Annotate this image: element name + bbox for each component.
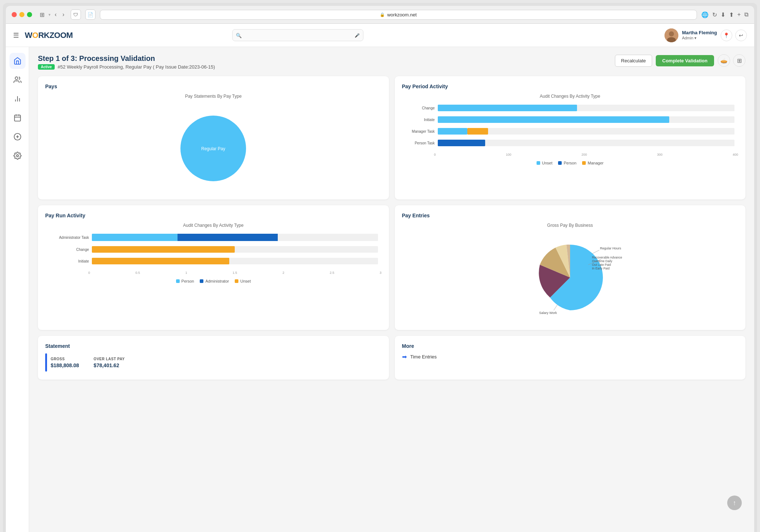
sidebar-item-calendar[interactable] (9, 110, 26, 126)
forward-button[interactable]: › (61, 11, 66, 19)
traffic-lights (12, 12, 32, 17)
refresh-icon[interactable]: ↻ (712, 11, 717, 18)
svg-text:Recoverable Advance: Recoverable Advance (592, 256, 622, 259)
share-icon[interactable]: ⬆ (729, 11, 734, 18)
svg-line-19 (554, 305, 557, 310)
legend-person: Person (558, 161, 576, 165)
pay-entries-pie-container: Regular Hours Salary Work Recoverable Ad… (402, 234, 738, 323)
pay-run-title: Pay Run Activity (45, 213, 382, 218)
page-header: Step 1 of 3: Processing Validation Activ… (38, 54, 745, 70)
browser-chrome: ⊞ ▾ ‹ › 🛡 📄 🔒 workzoom.net 🌐 ↻ ⬇ ⬆ + ⧉ (6, 6, 754, 24)
pays-card: Pays Pay Statements By Pay Type Regular … (38, 76, 389, 199)
pay-run-legend: Person Administrator Unset (45, 279, 382, 283)
location-icon-btn[interactable]: 📍 (721, 30, 732, 41)
hamburger-menu[interactable]: ☰ (13, 31, 19, 39)
grid-icon-btn[interactable]: ⊞ (733, 54, 745, 67)
legend-dot (537, 161, 540, 165)
more-title: More (402, 343, 738, 349)
user-name: Martha Fleming (682, 30, 717, 36)
scroll-up-button[interactable]: ↑ (727, 496, 742, 510)
search-voice-icon: 🎤 (355, 33, 360, 38)
bar-fill-person (92, 234, 178, 241)
sidebar-item-payroll[interactable] (9, 129, 26, 145)
logout-icon-btn[interactable]: ↩ (735, 30, 747, 41)
svg-text:Regular Pay: Regular Pay (201, 146, 225, 151)
tabs-icon[interactable]: ⧉ (744, 11, 748, 18)
sidebar-item-people[interactable] (9, 72, 26, 88)
statement-title: Statement (45, 343, 382, 349)
legend-dot (558, 161, 562, 165)
status-badge: Active (38, 64, 55, 70)
more-item-time-entries[interactable]: ➡ Time Entries (402, 353, 738, 360)
statement-row: GROSS $188,808.08 OVER LAST PAY $78,401.… (45, 353, 382, 372)
bar-label: Administrator Task (49, 236, 89, 240)
header-icon-buttons: 🥧 ⊞ (718, 54, 745, 67)
page-header-right: Recalculate Complete Validation 🥧 ⊞ (615, 54, 745, 67)
sidebar-item-home[interactable] (9, 53, 26, 69)
svg-line-17 (592, 250, 599, 254)
download-icon[interactable]: ⬇ (721, 11, 725, 18)
bar-label: Change (49, 248, 89, 252)
maximize-button[interactable] (27, 12, 32, 17)
legend-person: Person (176, 279, 194, 283)
back-button[interactable]: ‹ (53, 11, 58, 19)
bar-label: Initiate (406, 118, 435, 122)
svg-rect-7 (14, 115, 20, 121)
bar-row-person-task: Person Task (406, 140, 735, 146)
pay-entries-subtitle: Gross Pay By Business (402, 223, 738, 228)
time-entries-label: Time Entries (410, 354, 437, 360)
bar-fill-dark-blue (438, 140, 485, 146)
gross-label: GROSS (51, 357, 79, 361)
statement-bar-indicator (45, 353, 47, 372)
legend-dot (235, 279, 238, 283)
more-card: More ➡ Time Entries (395, 336, 746, 380)
svg-text:Salary Work: Salary Work (539, 311, 557, 315)
pay-entries-pie-wrapper: Regular Hours Salary Work Recoverable Ad… (528, 237, 612, 319)
legend-dot (200, 279, 203, 283)
gross-value: $188,808.08 (51, 362, 79, 368)
user-section: Martha Fleming Admin ▾ 📍 ↩ (664, 28, 747, 42)
bar-fill-blue (438, 116, 669, 123)
sidebar-item-settings[interactable] (9, 148, 26, 164)
page-header-left: Step 1 of 3: Processing Validation Activ… (38, 54, 215, 70)
main-layout: Step 1 of 3: Processing Validation Activ… (6, 47, 754, 532)
browser-controls: ⊞ ▾ ‹ › (38, 11, 66, 19)
statement-values: GROSS $188,808.08 OVER LAST PAY $78,401.… (51, 357, 125, 368)
chevron-down-icon: ▾ (694, 36, 697, 40)
url-text: workzoom.net (387, 12, 417, 18)
svg-point-1 (669, 31, 674, 36)
x-axis: 0 0.5 1 1.5 2 2.5 3 (45, 269, 382, 275)
legend-unset: Unset (537, 161, 553, 165)
page-title: Step 1 of 3: Processing Validation (38, 54, 215, 63)
pay-run-card: Pay Run Activity Audit Changes By Activi… (38, 205, 389, 330)
pay-entries-card: Pay Entries Gross Pay By Business (395, 205, 746, 330)
bar-row-admin-task: Administrator Task (49, 234, 378, 241)
bar-row-change: Change (406, 105, 735, 111)
complete-validation-button[interactable]: Complete Validation (656, 55, 714, 66)
app-wrapper: ☰ WORKZOOM 🔍 🎤 (6, 24, 754, 532)
legend-unset: Unset (235, 279, 251, 283)
add-tab-icon[interactable]: + (737, 11, 741, 18)
svg-text:Out Late Paid: Out Late Paid (592, 263, 611, 267)
arrow-right-icon: ➡ (402, 353, 407, 360)
translate-icon[interactable]: 🌐 (701, 11, 709, 18)
pay-run-bar-chart: Administrator Task Change (45, 234, 382, 264)
minimize-button[interactable] (19, 12, 24, 17)
address-bar[interactable]: 🔒 workzoom.net (100, 10, 697, 20)
chart-icon-btn[interactable]: 🥧 (718, 54, 730, 67)
stat-col-over-last-pay: OVER LAST PAY $78,401.62 (94, 357, 125, 368)
lock-icon: 🔒 (380, 12, 385, 17)
over-last-pay-label: OVER LAST PAY (94, 357, 125, 361)
bar-label: Initiate (49, 259, 89, 263)
bar-track (438, 140, 735, 146)
recalculate-button[interactable]: Recalculate (615, 55, 652, 67)
pay-entries-title: Pay Entries (402, 213, 738, 218)
sidebar-item-analytics[interactable] (9, 91, 26, 107)
user-info: Martha Fleming Admin ▾ (682, 30, 717, 40)
search-input[interactable] (232, 29, 363, 41)
browser-right-controls: 🌐 ↻ ⬇ ⬆ + ⧉ (701, 11, 748, 18)
close-button[interactable] (12, 12, 17, 17)
sidebar-toggle-button[interactable]: ⊞ (38, 11, 46, 19)
logo: WORKZOOM (25, 31, 73, 40)
svg-text:In Early Paid: In Early Paid (592, 267, 609, 270)
